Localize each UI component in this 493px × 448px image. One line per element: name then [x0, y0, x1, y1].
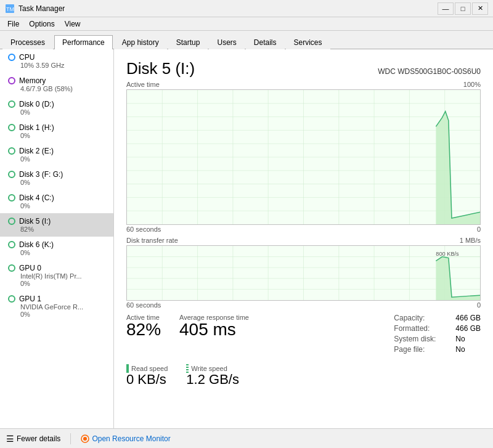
chart1-bottom-left: 60 seconds	[126, 226, 161, 233]
cpu-sub: 10% 3.59 GHz	[20, 62, 107, 69]
menu-file[interactable]: File	[2, 18, 24, 30]
disk4-dot	[8, 194, 15, 202]
disk-header: Disk 5 (I:) WDC WDS500G1B0C-00S6U0	[126, 59, 481, 78]
sidebar-item-disk0[interactable]: Disk 0 (D:) 0%	[0, 96, 113, 120]
sidebar-item-disk3[interactable]: Disk 3 (F: G:) 0%	[0, 166, 113, 190]
system-disk-value: No	[455, 335, 465, 343]
tab-performance[interactable]: Performance	[54, 35, 113, 49]
disk5-dot	[8, 218, 15, 225]
tab-processes[interactable]: Processes	[2, 35, 53, 49]
tab-users[interactable]: Users	[209, 35, 244, 49]
disk5-label: Disk 5 (I:)	[19, 217, 51, 226]
sidebar-item-disk5[interactable]: Disk 5 (I:) 82%	[0, 213, 113, 237]
capacity-row: Capacity: 466 GB	[394, 314, 481, 322]
chart2-label-row: Disk transfer rate 1 MB/s	[126, 237, 481, 244]
detail-panel: Disk 5 (I:) WDC WDS500G1B0C-00S6U0 Activ…	[114, 49, 493, 428]
disk6-dot	[8, 241, 15, 248]
sidebar-item-gpu1[interactable]: GPU 1 NVIDIA GeForce R... 0%	[0, 291, 113, 322]
read-write-row: Read speed 0 KB/s Write speed 1.2 GB/s	[126, 364, 481, 393]
disk3-label: Disk 3 (F: G:)	[19, 170, 63, 179]
maximize-button[interactable]: □	[455, 2, 471, 15]
disk1-sub: 0%	[20, 132, 107, 139]
memory-sub: 4.6/7.9 GB (58%)	[20, 85, 107, 92]
tab-services[interactable]: Services	[286, 35, 330, 49]
page-file-label: Page file:	[394, 345, 449, 354]
disk2-label: Disk 2 (E:)	[19, 147, 54, 155]
chart1-label-row: Active time 100%	[126, 81, 481, 88]
write-speed-item: Write speed 1.2 GB/s	[186, 364, 239, 386]
memory-label: Memory	[19, 76, 46, 85]
fewer-details-icon: ☰	[6, 434, 14, 444]
app-icon: TM	[5, 4, 15, 14]
page-file-value: No	[455, 345, 465, 354]
gpu1-label: GPU 1	[19, 295, 41, 303]
gpu1-sub2: NVIDIA GeForce R...	[20, 303, 107, 311]
disk6-sub: 0%	[20, 249, 107, 256]
tab-startup[interactable]: Startup	[168, 35, 208, 49]
sidebar-item-disk4[interactable]: Disk 4 (C:) 0%	[0, 190, 113, 213]
cpu-dot	[8, 54, 15, 61]
avg-response-stat: Average response time 405 ms	[179, 314, 249, 356]
formatted-value: 466 GB	[455, 324, 481, 333]
cpu-label: CPU	[19, 53, 35, 62]
bottom-bar: ☰ Fewer details Open Resource Monitor	[0, 428, 493, 448]
system-disk-row: System disk: No	[394, 335, 481, 343]
disk0-label: Disk 0 (D:)	[19, 100, 54, 108]
sidebar-item-disk2[interactable]: Disk 2 (E:) 0%	[0, 143, 113, 166]
minimize-button[interactable]: —	[438, 2, 454, 15]
disk0-sub: 0%	[20, 108, 107, 116]
gpu1-sub: 0%	[20, 311, 107, 318]
gpu1-dot	[8, 295, 15, 303]
read-speed-value: 0 KB/s	[126, 373, 168, 386]
chart1-bottom-right: 0	[477, 226, 481, 233]
svg-text:TM: TM	[6, 6, 14, 12]
chart2-top-label: Disk transfer rate	[126, 237, 178, 244]
menu-view[interactable]: View	[60, 18, 86, 30]
capacity-value: 466 GB	[455, 314, 481, 322]
memory-dot	[8, 77, 15, 84]
formatted-row: Formatted: 466 GB	[394, 324, 481, 333]
disk3-dot	[8, 171, 15, 178]
capacity-label: Capacity:	[394, 314, 449, 322]
disk5-sub: 82%	[20, 226, 107, 233]
chart2-bottom-left: 60 seconds	[126, 301, 161, 309]
gpu0-label: GPU 0	[19, 264, 41, 272]
read-speed-item: Read speed 0 KB/s	[126, 364, 168, 386]
active-time-chart	[126, 89, 481, 225]
fewer-details-link[interactable]: ☰ Fewer details	[6, 434, 60, 444]
sidebar-item-disk6[interactable]: Disk 6 (K:) 0%	[0, 237, 113, 260]
chart1-top-label: Active time	[126, 81, 160, 88]
open-resource-monitor-link[interactable]: Open Resource Monitor	[81, 434, 170, 443]
avg-resp-value: 405 ms	[179, 321, 249, 338]
menu-bar: File Options View	[0, 17, 493, 31]
gpu0-sub: 0%	[20, 280, 107, 287]
active-time-value: 82%	[126, 321, 161, 338]
svg-marker-20	[436, 112, 480, 224]
title-bar-title: Task Manager	[18, 4, 65, 13]
bottom-separator	[70, 433, 71, 444]
disk6-label: Disk 6 (K:)	[19, 240, 54, 249]
disk2-dot	[8, 147, 15, 155]
sidebar-item-cpu[interactable]: CPU 10% 3.59 GHz	[0, 49, 113, 73]
main-content: CPU 10% 3.59 GHz Memory 4.6/7.9 GB (58%)…	[0, 49, 493, 428]
disk4-label: Disk 4 (C:)	[19, 193, 54, 202]
disk-title: Disk 5 (I:)	[126, 59, 195, 78]
chart2-bottom-right: 0	[477, 301, 481, 309]
formatted-label: Formatted:	[394, 324, 449, 333]
svg-text:800 KB/s: 800 KB/s	[436, 251, 459, 257]
disk2-sub: 0%	[20, 155, 107, 163]
write-speed-value: 1.2 GB/s	[186, 373, 239, 386]
transfer-rate-chart: 800 KB/s	[126, 245, 481, 301]
resource-monitor-icon	[81, 434, 89, 443]
disk1-label: Disk 1 (H:)	[19, 123, 54, 132]
fewer-details-label: Fewer details	[17, 434, 60, 443]
sidebar-item-memory[interactable]: Memory 4.6/7.9 GB (58%)	[0, 73, 113, 96]
svg-point-38	[83, 437, 87, 441]
tab-app-history[interactable]: App history	[114, 35, 167, 49]
disk3-sub: 0%	[20, 179, 107, 186]
sidebar-item-disk1[interactable]: Disk 1 (H:) 0%	[0, 120, 113, 143]
close-button[interactable]: ✕	[472, 2, 488, 15]
sidebar-item-gpu0[interactable]: GPU 0 Intel(R) Iris(TM) Pr... 0%	[0, 260, 113, 291]
tab-details[interactable]: Details	[246, 35, 285, 49]
menu-options[interactable]: Options	[24, 18, 59, 30]
